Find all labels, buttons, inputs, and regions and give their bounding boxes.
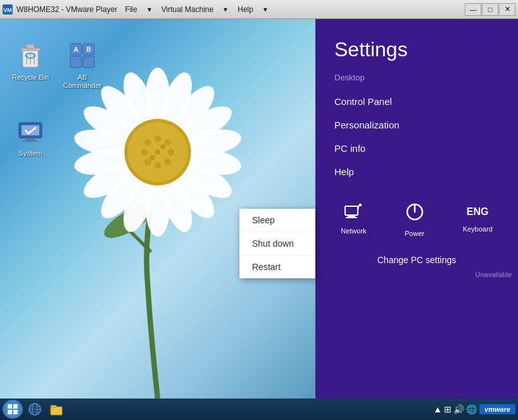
titlebar-menu: File ▾ Virtual Machine ▾ Help ▾ — [121, 4, 271, 15]
shutdown-option[interactable]: Shut down — [239, 232, 315, 256]
settings-panel: Settings Desktop Control Panel Personali… — [315, 19, 518, 398]
titlebar-title: W8HOME32 - VMware Player — [16, 5, 117, 14]
power-label: Power — [405, 230, 424, 237]
svg-point-33 — [155, 149, 160, 154]
svg-rect-66 — [51, 407, 62, 415]
settings-network-item[interactable]: Network — [336, 199, 371, 238]
svg-text:A: A — [73, 46, 78, 53]
tray-icon-2[interactable]: ⊞ — [444, 404, 452, 414]
keyboard-label: Keyboard — [463, 225, 493, 233]
ie-icon[interactable] — [25, 400, 44, 418]
menu-vm[interactable]: Virtual Machine — [158, 4, 218, 15]
svg-point-27 — [155, 162, 161, 169]
svg-rect-49 — [23, 140, 38, 142]
recycle-bin-label: Recycle Bin — [12, 73, 49, 82]
ab-commander-icon[interactable]: A B AB Commander — [57, 38, 108, 92]
sleep-option[interactable]: Sleep — [239, 209, 315, 232]
network-label: Network — [341, 227, 366, 235]
settings-personalization[interactable]: Personalization — [315, 113, 518, 137]
vmware-icon: VM — [3, 4, 13, 15]
taskbar-left — [3, 400, 66, 419]
menu-help[interactable]: Help — [234, 4, 257, 15]
menu-file[interactable]: File — [121, 4, 141, 15]
svg-rect-60 — [13, 410, 18, 414]
svg-rect-52 — [346, 217, 357, 218]
recycle-bin-icon[interactable]: Recycle Bin — [5, 38, 56, 84]
system-label: System — [19, 149, 42, 158]
svg-rect-58 — [13, 404, 18, 409]
tray-icon-1[interactable]: ▲ — [433, 404, 442, 414]
unavailable-label: Unavailable — [476, 271, 512, 278]
ab-commander-image: A B — [67, 40, 98, 71]
main-area: Recycle Bin A B AB Commander — [0, 19, 518, 398]
settings-keyboard-item[interactable]: ENG Keyboard — [458, 199, 498, 237]
explorer-icon[interactable] — [47, 400, 66, 418]
settings-pc-info[interactable]: PC info — [315, 137, 518, 160]
svg-rect-51 — [348, 215, 355, 217]
settings-desktop-label: Desktop — [315, 70, 518, 85]
settings-help[interactable]: Help — [315, 160, 518, 183]
svg-point-24 — [165, 139, 172, 145]
titlebar: VM W8HOME32 - VMware Player File ▾ Virtu… — [0, 0, 518, 19]
svg-rect-43 — [83, 56, 94, 68]
svg-rect-36 — [27, 44, 34, 49]
menu-sep1: ▾ — [144, 4, 155, 15]
start-button[interactable] — [3, 400, 23, 419]
svg-rect-48 — [25, 138, 35, 140]
power-icon — [405, 202, 424, 226]
svg-point-32 — [149, 155, 155, 160]
system-image — [15, 116, 46, 147]
recycle-bin-image — [15, 40, 46, 71]
svg-text:B: B — [86, 46, 91, 53]
settings-bottom-icons: Network Power ENG Keyboard — [315, 188, 518, 246]
network-icon — [344, 202, 363, 223]
svg-point-30 — [144, 139, 151, 145]
taskbar-right: ▲ ⊞ 🔊 🌐 vmware — [433, 404, 515, 414]
taskbar: ▲ ⊞ 🔊 🌐 vmware — [0, 398, 518, 420]
system-icon[interactable]: System — [5, 114, 56, 160]
restart-option[interactable]: Restart — [239, 256, 315, 278]
svg-text:VM: VM — [3, 7, 12, 13]
keyboard-icon: ENG — [467, 202, 489, 221]
ab-commander-label: AB Commander — [60, 73, 105, 90]
change-pc-settings-button[interactable]: Change PC settings — [315, 249, 518, 271]
minimize-button[interactable]: — — [465, 3, 481, 16]
svg-point-28 — [144, 159, 151, 166]
titlebar-left: VM W8HOME32 - VMware Player File ▾ Virtu… — [3, 4, 271, 15]
svg-point-31 — [160, 144, 165, 149]
svg-point-23 — [155, 135, 161, 142]
titlebar-controls: — □ ✕ — [465, 3, 515, 16]
svg-rect-50 — [345, 206, 358, 215]
svg-rect-42 — [70, 56, 82, 68]
maximize-button[interactable]: □ — [482, 3, 498, 16]
system-tray: ▲ ⊞ 🔊 🌐 — [433, 404, 477, 414]
power-popup: Sleep Shut down Restart — [239, 209, 315, 278]
tray-icon-3[interactable]: 🔊 — [453, 404, 464, 414]
svg-point-29 — [141, 149, 148, 156]
settings-power-item[interactable]: Power — [400, 199, 429, 241]
tray-icon-4[interactable]: 🌐 — [466, 404, 477, 414]
svg-point-25 — [168, 149, 175, 156]
settings-control-panel[interactable]: Control Panel — [315, 90, 518, 113]
menu-sep2: ▾ — [220, 4, 231, 15]
svg-rect-53 — [359, 204, 362, 206]
svg-rect-59 — [8, 410, 12, 414]
svg-rect-67 — [51, 405, 56, 407]
vmware-logo: vmware — [479, 404, 515, 414]
svg-rect-57 — [8, 404, 12, 409]
svg-point-26 — [165, 159, 172, 166]
close-button[interactable]: ✕ — [499, 3, 515, 16]
settings-title: Settings — [315, 32, 518, 68]
menu-sep3: ▾ — [260, 4, 271, 15]
svg-rect-47 — [22, 125, 39, 135]
